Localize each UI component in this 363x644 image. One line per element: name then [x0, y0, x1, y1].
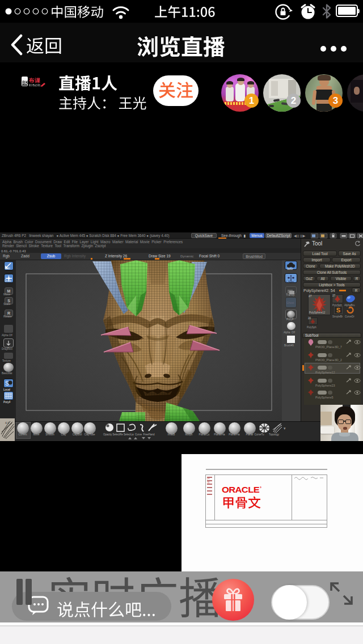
svg-text:4.0: 4.0: [5, 421, 9, 425]
